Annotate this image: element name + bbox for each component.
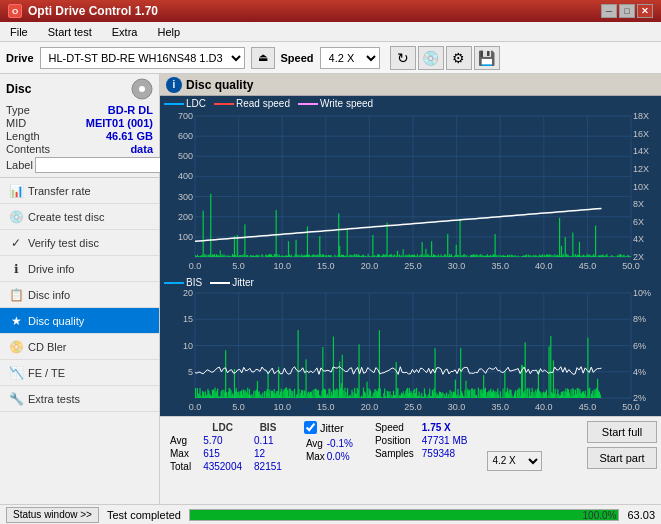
main-layout: Disc Type BD-R DL MID MEIT01 (001) Lengt… (0, 74, 661, 504)
menu-file[interactable]: File (4, 24, 34, 40)
minimize-button[interactable]: ─ (601, 4, 617, 18)
legend-jitter: Jitter (210, 277, 254, 288)
sidebar-item-drive-info[interactable]: ℹ Drive info (0, 256, 159, 282)
drive-select[interactable]: HL-DT-ST BD-RE WH16NS48 1.D3 (40, 47, 245, 69)
sidebar-item-label: Extra tests (28, 393, 80, 405)
drive-toolbar: Drive HL-DT-ST BD-RE WH16NS48 1.D3 ⏏ Spe… (0, 42, 661, 74)
disc-icon-button[interactable]: 💿 (418, 46, 444, 70)
stats-max-bis: 12 (248, 447, 288, 460)
app-title: Opti Drive Control 1.70 (28, 4, 158, 18)
speed-pos-section: Speed 1.75 X Position 47731 MB Samples 7… (371, 421, 472, 500)
legend-ldc: LDC (164, 98, 206, 109)
start-buttons: Start full Start part (587, 421, 657, 500)
stats-header-empty (164, 421, 197, 434)
jitter-max-label: Max (306, 451, 325, 462)
jitter-max-value: 0.0% (327, 451, 353, 462)
save-icon-button[interactable]: 💾 (474, 46, 500, 70)
progress-number: 63.03 (627, 509, 655, 521)
chart-title: Disc quality (186, 78, 253, 92)
disc-panel-header: Disc (6, 78, 153, 100)
disc-info-icon: 📋 (8, 287, 24, 303)
speed-select[interactable]: 4.2 X (320, 47, 380, 69)
start-full-button[interactable]: Start full (587, 421, 657, 443)
status-window-button[interactable]: Status window >> (6, 507, 99, 523)
sidebar-item-label: Drive info (28, 263, 74, 275)
progress-bar-fill (190, 510, 619, 520)
disc-contents-label: Contents (6, 143, 50, 155)
svg-point-1 (139, 86, 145, 92)
upper-chart-canvas (160, 96, 661, 275)
title-bar-left: O Opti Drive Control 1.70 (8, 4, 158, 18)
sidebar: Disc Type BD-R DL MID MEIT01 (001) Lengt… (0, 74, 160, 504)
stats-speed-select[interactable]: 4.2 X (487, 451, 542, 471)
stats-header-ldc: LDC (197, 421, 248, 434)
menu-bar: File Start test Extra Help (0, 22, 661, 42)
disc-type-value: BD-R DL (108, 104, 153, 116)
stats-total-ldc: 4352004 (197, 460, 248, 473)
close-button[interactable]: ✕ (637, 4, 653, 18)
jitter-avg-label: Avg (306, 438, 325, 449)
chart-header: i Disc quality (160, 74, 661, 96)
legend-read-speed: Read speed (214, 98, 290, 109)
legend-write-speed: Write speed (298, 98, 373, 109)
refresh-icon-button[interactable]: ↻ (390, 46, 416, 70)
chart-upper: LDC Read speed Write speed (160, 96, 661, 275)
sidebar-item-label: FE / TE (28, 367, 65, 379)
stats-header-bis: BIS (248, 421, 288, 434)
speed-label-stats: Speed (371, 421, 418, 434)
position-label: Position (371, 434, 418, 447)
sidebar-item-disc-quality[interactable]: ★ Disc quality (0, 308, 159, 334)
disc-label-row: Label 🔍 (6, 157, 153, 173)
disc-panel-title: Disc (6, 82, 31, 96)
sidebar-item-disc-info[interactable]: 📋 Disc info (0, 282, 159, 308)
sidebar-item-verify-test-disc[interactable]: ✓ Verify test disc (0, 230, 159, 256)
speed-label: Speed (281, 52, 314, 64)
eject-button[interactable]: ⏏ (251, 47, 275, 69)
sidebar-item-label: Disc info (28, 289, 70, 301)
disc-label-label: Label (6, 159, 33, 171)
stats-avg-ldc: 5.70 (197, 434, 248, 447)
status-bar: Status window >> Test completed 100.0% 6… (0, 504, 661, 524)
sidebar-item-label: Verify test disc (28, 237, 99, 249)
charts-container: LDC Read speed Write speed (160, 96, 661, 416)
disc-mid-label: MID (6, 117, 26, 129)
chart-lower: BIS Jitter (160, 275, 661, 416)
progress-value: 100.0% (583, 510, 617, 522)
settings-icon-button[interactable]: ⚙ (446, 46, 472, 70)
menu-start-test[interactable]: Start test (42, 24, 98, 40)
sidebar-item-fe-te[interactable]: 📉 FE / TE (0, 360, 159, 386)
stats-avg-bis: 0.11 (248, 434, 288, 447)
progress-bar-container: 100.0% (189, 509, 620, 521)
jitter-avg-value: -0.1% (327, 438, 353, 449)
jitter-section: Jitter Avg -0.1% Max 0.0% (304, 421, 355, 500)
sidebar-item-label: CD Bler (28, 341, 67, 353)
title-bar: O Opti Drive Control 1.70 ─ □ ✕ (0, 0, 661, 22)
drive-info-icon: ℹ (8, 261, 24, 277)
sidebar-item-label: Disc quality (28, 315, 84, 327)
start-part-button[interactable]: Start part (587, 447, 657, 469)
menu-extra[interactable]: Extra (106, 24, 144, 40)
stats-table: LDC BIS Avg 5.70 0.11 Max 615 12 Total (164, 421, 288, 500)
disc-length-label: Length (6, 130, 40, 142)
content-area: i Disc quality LDC Read speed (160, 74, 661, 504)
sidebar-item-transfer-rate[interactable]: 📊 Transfer rate (0, 178, 159, 204)
disc-label-input[interactable] (35, 157, 168, 173)
title-bar-controls: ─ □ ✕ (601, 4, 653, 18)
stats-bar: LDC BIS Avg 5.70 0.11 Max 615 12 Total (160, 416, 661, 504)
jitter-checkbox[interactable] (304, 421, 317, 434)
sidebar-item-label: Transfer rate (28, 185, 91, 197)
stats-max-label: Max (164, 447, 197, 460)
stats-avg-label: Avg (164, 434, 197, 447)
disc-length-row: Length 46.61 GB (6, 130, 153, 142)
sidebar-item-create-test-disc[interactable]: 💿 Create test disc (0, 204, 159, 230)
menu-help[interactable]: Help (151, 24, 186, 40)
app-icon: O (8, 4, 22, 18)
sidebar-item-label: Create test disc (28, 211, 104, 223)
sidebar-item-extra-tests[interactable]: 🔧 Extra tests (0, 386, 159, 412)
create-test-disc-icon: 💿 (8, 209, 24, 225)
stats-total-bis: 82151 (248, 460, 288, 473)
sidebar-item-cd-bler[interactable]: 📀 CD Bler (0, 334, 159, 360)
disc-quality-icon: ★ (8, 313, 24, 329)
maximize-button[interactable]: □ (619, 4, 635, 18)
stats-total-label: Total (164, 460, 197, 473)
